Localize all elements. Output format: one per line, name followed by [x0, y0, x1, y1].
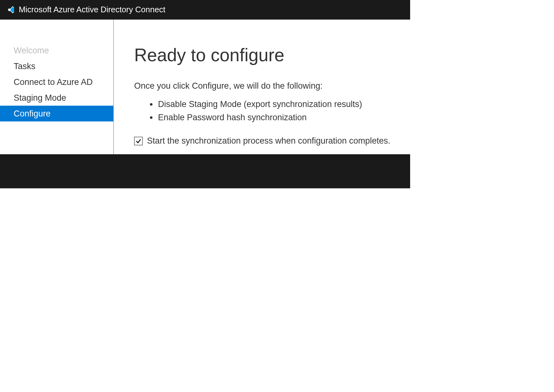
action-item: Disable Staging Mode (export synchroniza…: [158, 98, 410, 111]
sidebar-item-welcome[interactable]: Welcome: [0, 43, 113, 58]
sidebar-item-connect-azure-ad[interactable]: Connect to Azure AD: [0, 74, 113, 90]
page-title: Ready to configure: [134, 45, 410, 66]
titlebar: Microsoft Azure Active Directory Connect: [0, 0, 410, 20]
action-list: Disable Staging Mode (export synchroniza…: [134, 98, 410, 124]
window-title: Microsoft Azure Active Directory Connect: [19, 5, 410, 15]
app-window: Microsoft Azure Active Directory Connect…: [0, 0, 410, 188]
checkbox-label: Start the synchronization process when c…: [147, 136, 390, 146]
app-icon: [4, 5, 15, 15]
sidebar-item-tasks[interactable]: Tasks: [0, 58, 113, 74]
sidebar-item-configure[interactable]: Configure: [0, 106, 113, 122]
sidebar-item-staging-mode[interactable]: Staging Mode: [0, 90, 113, 106]
intro-text: Once you click Configure, we will do the…: [134, 81, 410, 91]
main-panel: Ready to configure Once you click Config…: [114, 20, 410, 154]
content-area: Welcome Tasks Connect to Azure AD Stagin…: [0, 20, 410, 154]
sidebar: Welcome Tasks Connect to Azure AD Stagin…: [0, 20, 114, 154]
action-item: Enable Password hash synchronization: [158, 111, 410, 124]
start-sync-checkbox-row[interactable]: Start the synchronization process when c…: [134, 136, 410, 146]
footer: Previous Configure: [0, 154, 410, 188]
checkbox-icon: [134, 137, 143, 145]
svg-point-1: [8, 9, 11, 11]
